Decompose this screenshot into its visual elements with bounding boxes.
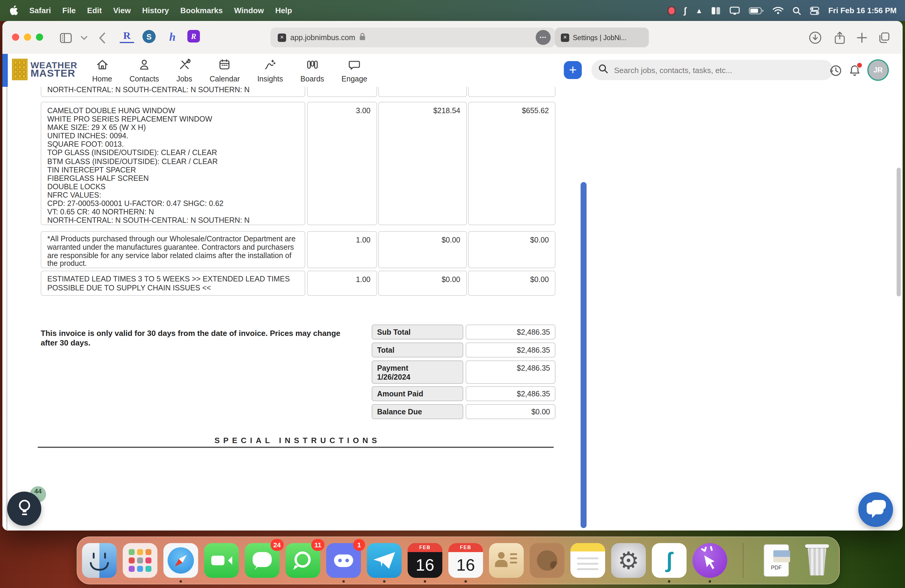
discord-badge: 1: [353, 539, 365, 551]
notifications-bell-icon[interactable]: [848, 64, 862, 78]
search-input[interactable]: [613, 65, 826, 75]
total-label-subtotal: Sub Total: [372, 324, 463, 340]
menu-window[interactable]: Window: [234, 6, 264, 15]
sidebar-chevron-icon[interactable]: [76, 30, 91, 45]
left-accent-strip: [2, 54, 8, 87]
window-zoom-button[interactable]: [36, 33, 43, 41]
dock-icon-system-settings[interactable]: ⚙: [611, 543, 646, 578]
wifi-icon[interactable]: [773, 5, 783, 16]
global-search[interactable]: [591, 60, 833, 80]
dock-icon-calendar-dark[interactable]: FEB 16: [408, 543, 442, 578]
extension-honey-icon[interactable]: h: [165, 30, 179, 44]
dock-icon-person-app[interactable]: [530, 543, 564, 578]
history-clock-icon[interactable]: [829, 64, 843, 78]
dock-icon-calendar[interactable]: FEB 16: [448, 543, 483, 578]
sidebar-toggle-icon[interactable]: [59, 30, 73, 45]
macos-menu-bar: Safari File Edit View History Bookmarks …: [0, 0, 905, 21]
menu-help[interactable]: Help: [275, 6, 292, 15]
total-label-total: Total: [372, 343, 463, 358]
avatar[interactable]: JR: [867, 59, 889, 81]
tab-overview-icon[interactable]: [877, 30, 891, 45]
dock-icon-trash[interactable]: [800, 543, 834, 578]
add-new-button[interactable]: +: [564, 61, 582, 79]
display-icon[interactable]: [730, 5, 740, 16]
weather-master-logo[interactable]: WEATHER MASTER: [12, 59, 77, 80]
control-center-icon[interactable]: [810, 5, 819, 16]
dock-icon-telegram[interactable]: [367, 543, 402, 578]
dock-icon-discord[interactable]: 1: [326, 543, 361, 578]
lock-icon: [359, 32, 366, 43]
share-icon[interactable]: [833, 30, 847, 45]
tools-icon: [178, 58, 191, 74]
total-label-payment: Payment 1/26/2024: [372, 361, 463, 384]
boards-icon: [306, 58, 319, 74]
menu-file[interactable]: File: [62, 6, 76, 15]
menu-bookmarks[interactable]: Bookmarks: [181, 6, 223, 15]
insights-sparkle-icon: [264, 58, 277, 74]
dock-icon-surfshark[interactable]: ʃ: [652, 543, 686, 578]
help-lightbulb-button[interactable]: [7, 492, 41, 526]
window-close-button[interactable]: [12, 33, 19, 41]
total-value-balance-due: $0.00: [466, 404, 556, 419]
table-row-partial-desc: NORTH-CENTRAL: N SOUTH-CENTRAL: N SOUTHE…: [41, 87, 305, 97]
nav-jobs[interactable]: Jobs: [176, 58, 192, 83]
menu-history[interactable]: History: [142, 6, 169, 15]
table-row-qty: 1.00: [307, 271, 377, 296]
window-minimize-button[interactable]: [24, 33, 31, 41]
jobnimbus-header: WEATHER MASTER Home Contacts Jobs: [2, 54, 903, 87]
url-text: app.jobnimbus.com: [290, 33, 355, 41]
total-value-payment: $2,486.35: [466, 361, 556, 384]
window-scrollbar[interactable]: [897, 168, 901, 296]
extension-s-icon[interactable]: S: [143, 30, 156, 43]
surfshark-menu-icon[interactable]: ʃ: [684, 5, 686, 16]
special-instructions-rule: [38, 447, 554, 448]
dock-icon-finder[interactable]: [82, 543, 117, 578]
dock-icon-facetime[interactable]: [204, 543, 239, 578]
desktop: Safari File Edit View History Bookmarks …: [0, 0, 905, 588]
nav-boards[interactable]: Boards: [300, 58, 324, 83]
dock-icon-screen-pointer[interactable]: [692, 543, 727, 578]
new-tab-icon[interactable]: [855, 30, 869, 45]
menu-view[interactable]: View: [113, 6, 131, 15]
downloads-icon[interactable]: [808, 30, 822, 45]
document-scrollbar[interactable]: [581, 182, 587, 528]
back-button[interactable]: [95, 30, 109, 45]
chat-widget-button[interactable]: [858, 492, 893, 527]
total-label-amount-paid: Amount Paid: [372, 386, 463, 401]
extension-r-purple-icon[interactable]: R: [187, 30, 200, 43]
messages-badge: 24: [270, 539, 284, 551]
table-row-qty: 3.00: [307, 102, 377, 225]
dock-icon-messages[interactable]: 24: [245, 543, 279, 578]
home-icon: [95, 58, 109, 74]
window-grid-logo-icon: [12, 59, 27, 80]
battery-icon[interactable]: [749, 5, 764, 16]
nav-contacts[interactable]: Contacts: [130, 58, 159, 83]
spotlight-search-icon[interactable]: [792, 5, 801, 16]
contacts-icon: [138, 58, 151, 74]
total-value-subtotal: $2,486.35: [466, 324, 556, 340]
nav-calendar[interactable]: Calendar: [210, 58, 240, 83]
address-bar[interactable]: ✕ app.jobnimbus.com •••: [270, 27, 555, 47]
extension-rakuten-icon[interactable]: R: [120, 30, 134, 43]
menu-bar-clock[interactable]: Fri Feb 16 1:56 PM: [829, 6, 897, 15]
dock-icon-whatsapp[interactable]: 11: [286, 543, 320, 578]
triangle-menu-icon[interactable]: ▲: [695, 5, 703, 16]
dock-icon-notes[interactable]: [570, 543, 605, 578]
split-screen-icon[interactable]: [712, 5, 721, 16]
table-row-partial-qty: [307, 87, 377, 97]
apple-menu-icon[interactable]: [10, 5, 18, 16]
table-row-qty: 1.00: [307, 231, 377, 268]
nav-insights[interactable]: Insights: [257, 58, 283, 83]
dock-item-pdf-document[interactable]: PDF: [759, 543, 794, 578]
dock-icon-safari[interactable]: [164, 543, 198, 578]
dock-icon-contacts[interactable]: [489, 543, 524, 578]
menu-edit[interactable]: Edit: [87, 6, 102, 15]
nav-engage[interactable]: Engage: [341, 58, 367, 83]
recording-indicator-icon[interactable]: [668, 5, 675, 16]
dock-icon-launchpad[interactable]: [123, 543, 157, 578]
tab-settings-jobnimbus[interactable]: ✕ Settings | JobNi...: [555, 27, 649, 47]
page-options-icon[interactable]: •••: [536, 30, 551, 45]
nav-home[interactable]: Home: [92, 58, 112, 83]
table-row-price: $0.00: [378, 231, 467, 268]
menu-safari[interactable]: Safari: [29, 6, 51, 15]
